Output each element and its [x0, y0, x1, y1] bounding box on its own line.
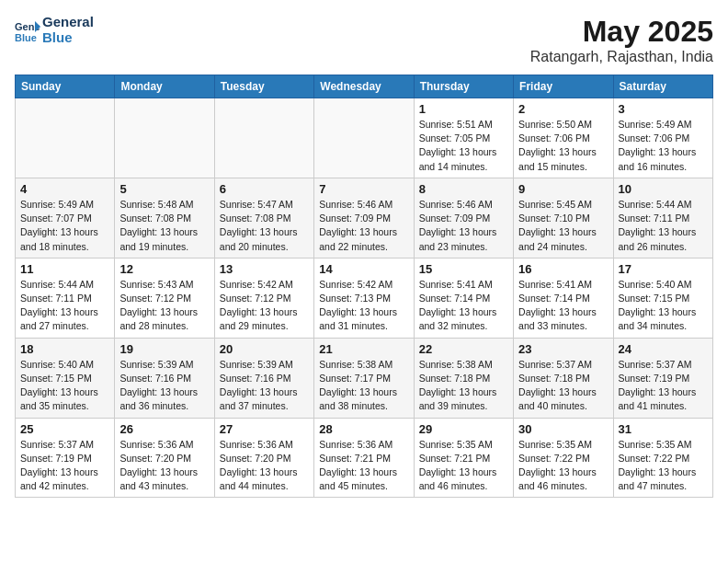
calendar-cell: 20Sunrise: 5:39 AMSunset: 7:16 PMDayligh… — [214, 338, 313, 418]
calendar-cell — [16, 98, 115, 178]
day-info: Sunrise: 5:40 AMSunset: 7:15 PMDaylight:… — [619, 278, 708, 334]
calendar-cell — [214, 98, 313, 178]
day-number: 8 — [419, 182, 508, 196]
day-number: 7 — [319, 182, 408, 196]
day-info: Sunrise: 5:44 AMSunset: 7:11 PMDaylight:… — [20, 278, 109, 334]
calendar-cell: 11Sunrise: 5:44 AMSunset: 7:11 PMDayligh… — [16, 258, 115, 338]
day-info: Sunrise: 5:39 AMSunset: 7:16 PMDaylight:… — [119, 358, 209, 414]
calendar-cell: 16Sunrise: 5:41 AMSunset: 7:14 PMDayligh… — [514, 258, 613, 338]
day-number: 26 — [119, 422, 209, 436]
day-number: 11 — [20, 262, 109, 276]
calendar-cell: 28Sunrise: 5:36 AMSunset: 7:21 PMDayligh… — [314, 418, 414, 498]
calendar-week-row: 25Sunrise: 5:37 AMSunset: 7:19 PMDayligh… — [16, 418, 713, 498]
day-number: 29 — [419, 422, 508, 436]
page-header: General Blue General Blue May 2025 Ratan… — [15, 15, 713, 65]
day-info: Sunrise: 5:36 AMSunset: 7:21 PMDaylight:… — [319, 438, 408, 494]
calendar-cell: 1Sunrise: 5:51 AMSunset: 7:05 PMDaylight… — [414, 98, 513, 178]
calendar-cell: 12Sunrise: 5:43 AMSunset: 7:12 PMDayligh… — [115, 258, 214, 338]
weekday-header: Monday — [115, 75, 214, 98]
day-info: Sunrise: 5:41 AMSunset: 7:14 PMDaylight:… — [419, 278, 508, 334]
day-number: 4 — [20, 182, 109, 196]
day-number: 25 — [20, 422, 109, 436]
calendar-cell: 6Sunrise: 5:47 AMSunset: 7:08 PMDaylight… — [214, 178, 313, 258]
day-number: 1 — [419, 102, 508, 116]
day-number: 27 — [220, 422, 309, 436]
calendar-cell: 24Sunrise: 5:37 AMSunset: 7:19 PMDayligh… — [613, 338, 712, 418]
day-number: 22 — [419, 342, 508, 356]
weekday-header: Saturday — [613, 75, 712, 98]
calendar-cell: 18Sunrise: 5:40 AMSunset: 7:15 PMDayligh… — [16, 338, 115, 418]
day-number: 28 — [319, 422, 408, 436]
day-info: Sunrise: 5:35 AMSunset: 7:22 PMDaylight:… — [619, 438, 708, 494]
day-number: 12 — [119, 262, 209, 276]
calendar-cell: 8Sunrise: 5:46 AMSunset: 7:09 PMDaylight… — [414, 178, 513, 258]
day-info: Sunrise: 5:38 AMSunset: 7:17 PMDaylight:… — [319, 358, 408, 414]
day-info: Sunrise: 5:44 AMSunset: 7:11 PMDaylight:… — [619, 198, 708, 254]
weekday-header: Sunday — [16, 75, 115, 98]
calendar-cell: 26Sunrise: 5:36 AMSunset: 7:20 PMDayligh… — [115, 418, 214, 498]
day-info: Sunrise: 5:35 AMSunset: 7:21 PMDaylight:… — [419, 438, 508, 494]
calendar-cell: 14Sunrise: 5:42 AMSunset: 7:13 PMDayligh… — [314, 258, 414, 338]
logo-line2: Blue — [42, 30, 94, 46]
day-info: Sunrise: 5:38 AMSunset: 7:18 PMDaylight:… — [419, 358, 508, 414]
day-info: Sunrise: 5:36 AMSunset: 7:20 PMDaylight:… — [119, 438, 209, 494]
day-number: 16 — [518, 262, 608, 276]
day-number: 23 — [518, 342, 608, 356]
calendar-cell: 25Sunrise: 5:37 AMSunset: 7:19 PMDayligh… — [16, 418, 115, 498]
day-number: 18 — [20, 342, 109, 356]
day-info: Sunrise: 5:37 AMSunset: 7:19 PMDaylight:… — [20, 438, 109, 494]
calendar-cell: 27Sunrise: 5:36 AMSunset: 7:20 PMDayligh… — [214, 418, 313, 498]
day-info: Sunrise: 5:46 AMSunset: 7:09 PMDaylight:… — [419, 198, 508, 254]
calendar-cell: 31Sunrise: 5:35 AMSunset: 7:22 PMDayligh… — [613, 418, 712, 498]
calendar-header: SundayMondayTuesdayWednesdayThursdayFrid… — [16, 75, 713, 98]
calendar-week-row: 4Sunrise: 5:49 AMSunset: 7:07 PMDaylight… — [16, 178, 713, 258]
calendar-cell: 19Sunrise: 5:39 AMSunset: 7:16 PMDayligh… — [115, 338, 214, 418]
weekday-header: Friday — [514, 75, 613, 98]
day-info: Sunrise: 5:42 AMSunset: 7:13 PMDaylight:… — [319, 278, 408, 334]
day-info: Sunrise: 5:48 AMSunset: 7:08 PMDaylight:… — [119, 198, 209, 254]
calendar-cell: 30Sunrise: 5:35 AMSunset: 7:22 PMDayligh… — [514, 418, 613, 498]
calendar-cell — [314, 98, 414, 178]
day-number: 3 — [619, 102, 708, 116]
day-number: 19 — [119, 342, 209, 356]
day-number: 2 — [518, 102, 608, 116]
day-info: Sunrise: 5:37 AMSunset: 7:18 PMDaylight:… — [518, 358, 608, 414]
logo-line1: General — [42, 15, 94, 30]
day-number: 17 — [619, 262, 708, 276]
day-number: 15 — [419, 262, 508, 276]
header-row: SundayMondayTuesdayWednesdayThursdayFrid… — [16, 75, 713, 98]
day-info: Sunrise: 5:41 AMSunset: 7:14 PMDaylight:… — [518, 278, 608, 334]
weekday-header: Tuesday — [214, 75, 313, 98]
calendar-cell: 7Sunrise: 5:46 AMSunset: 7:09 PMDaylight… — [314, 178, 414, 258]
day-number: 5 — [119, 182, 209, 196]
calendar-cell: 9Sunrise: 5:45 AMSunset: 7:10 PMDaylight… — [514, 178, 613, 258]
day-info: Sunrise: 5:42 AMSunset: 7:12 PMDaylight:… — [220, 278, 309, 334]
calendar-body: 1Sunrise: 5:51 AMSunset: 7:05 PMDaylight… — [16, 98, 713, 498]
calendar-cell: 21Sunrise: 5:38 AMSunset: 7:17 PMDayligh… — [314, 338, 414, 418]
month-title: May 2025 — [530, 15, 713, 49]
calendar-cell: 3Sunrise: 5:49 AMSunset: 7:06 PMDaylight… — [613, 98, 712, 178]
weekday-header: Thursday — [414, 75, 513, 98]
day-number: 13 — [220, 262, 309, 276]
day-info: Sunrise: 5:40 AMSunset: 7:15 PMDaylight:… — [20, 358, 109, 414]
weekday-header: Wednesday — [314, 75, 414, 98]
day-info: Sunrise: 5:35 AMSunset: 7:22 PMDaylight:… — [518, 438, 608, 494]
calendar-week-row: 18Sunrise: 5:40 AMSunset: 7:15 PMDayligh… — [16, 338, 713, 418]
title-section: May 2025 Ratangarh, Rajasthan, India — [530, 15, 713, 65]
calendar-cell: 10Sunrise: 5:44 AMSunset: 7:11 PMDayligh… — [613, 178, 712, 258]
day-info: Sunrise: 5:37 AMSunset: 7:19 PMDaylight:… — [619, 358, 708, 414]
logo-icon: General Blue — [15, 17, 40, 43]
day-info: Sunrise: 5:43 AMSunset: 7:12 PMDaylight:… — [119, 278, 209, 334]
calendar-cell: 23Sunrise: 5:37 AMSunset: 7:18 PMDayligh… — [514, 338, 613, 418]
calendar-cell: 5Sunrise: 5:48 AMSunset: 7:08 PMDaylight… — [115, 178, 214, 258]
calendar-table: SundayMondayTuesdayWednesdayThursdayFrid… — [15, 75, 713, 498]
day-info: Sunrise: 5:45 AMSunset: 7:10 PMDaylight:… — [518, 198, 608, 254]
day-number: 21 — [319, 342, 408, 356]
calendar-cell: 4Sunrise: 5:49 AMSunset: 7:07 PMDaylight… — [16, 178, 115, 258]
calendar-cell: 17Sunrise: 5:40 AMSunset: 7:15 PMDayligh… — [613, 258, 712, 338]
calendar-cell: 15Sunrise: 5:41 AMSunset: 7:14 PMDayligh… — [414, 258, 513, 338]
calendar-cell: 22Sunrise: 5:38 AMSunset: 7:18 PMDayligh… — [414, 338, 513, 418]
calendar-cell: 2Sunrise: 5:50 AMSunset: 7:06 PMDaylight… — [514, 98, 613, 178]
day-info: Sunrise: 5:36 AMSunset: 7:20 PMDaylight:… — [220, 438, 309, 494]
day-number: 24 — [619, 342, 708, 356]
